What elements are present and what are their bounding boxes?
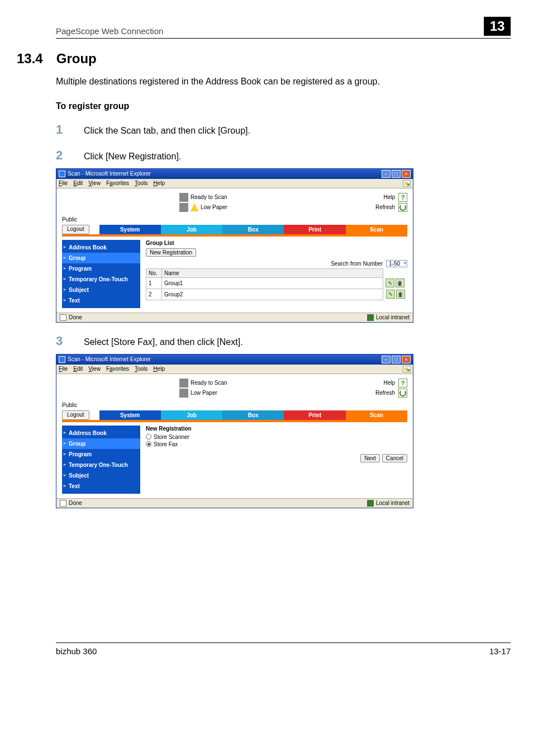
zone-icon [367, 314, 374, 321]
edit-icon[interactable] [386, 278, 394, 287]
refresh-link[interactable]: Refresh [375, 390, 395, 396]
radio-icon [146, 434, 151, 440]
menu-help[interactable]: Help [153, 180, 165, 186]
menu-favorites[interactable]: Favorites [106, 180, 129, 186]
new-registration-button[interactable]: New Registration [146, 248, 196, 257]
warning-icon [191, 204, 198, 211]
menu-file[interactable]: File [59, 180, 68, 186]
status-zone: Local intranet [376, 314, 410, 320]
main-tabs: Logout System Job Box Print Scan [56, 225, 413, 234]
tab-box[interactable]: Box [222, 225, 284, 234]
tab-system[interactable]: System [99, 410, 161, 420]
refresh-icon[interactable] [398, 203, 407, 212]
sub-heading: To register group [56, 101, 511, 111]
menu-edit[interactable]: Edit [73, 366, 83, 372]
tab-underline [62, 234, 407, 237]
menu-tools[interactable]: Tools [135, 366, 147, 372]
menu-edit[interactable]: Edit [73, 180, 83, 186]
tab-print[interactable]: Print [284, 225, 345, 234]
menu-view[interactable]: View [88, 180, 101, 186]
menu-view[interactable]: View [88, 366, 101, 372]
nav-subject[interactable]: Subject [62, 285, 140, 295]
tab-scan[interactable]: Scan [346, 410, 407, 420]
printer-icon [179, 203, 188, 212]
window-title: Scan - Microsoft Internet Explorer [68, 356, 151, 362]
nav-address-book[interactable]: Address Book [62, 242, 140, 253]
nav-group[interactable]: Group [62, 253, 140, 263]
browser-statusbar: Done Local intranet [56, 498, 413, 508]
device-status-row: Ready to Scan Low Paper Help? Refresh [56, 188, 413, 216]
minimize-button[interactable]: – [382, 356, 391, 363]
number-range-select[interactable]: 1-50 [386, 260, 407, 267]
refresh-icon[interactable] [398, 389, 407, 398]
printer-icon [179, 193, 188, 202]
edit-icon[interactable] [386, 290, 395, 299]
nav-temporary-one-touch[interactable]: Temporary One-Touch [62, 460, 140, 470]
screenshot-group-list: Scan - Microsoft Internet Explorer – □ ×… [56, 168, 413, 323]
nav-group[interactable]: Group [62, 438, 140, 449]
search-from-number-label: Search from Number [331, 261, 383, 267]
tab-box[interactable]: Box [222, 410, 284, 420]
radio-label: Store Scanner [154, 434, 189, 440]
menu-file[interactable]: File [59, 366, 68, 372]
printer-icon [179, 389, 188, 398]
nav-program[interactable]: Program [62, 263, 140, 274]
status-ready: Ready to Scan [191, 380, 227, 386]
tab-job[interactable]: Job [161, 225, 222, 234]
maximize-button[interactable]: □ [392, 356, 401, 363]
delete-icon[interactable] [396, 290, 405, 299]
nav-temporary-one-touch[interactable]: Temporary One-Touch [62, 274, 140, 285]
help-icon[interactable]: ? [398, 193, 407, 202]
help-link[interactable]: Help [383, 194, 395, 200]
status-lowpaper: Low Paper [191, 390, 217, 396]
help-icon[interactable]: ? [398, 379, 407, 388]
ie-icon [59, 171, 65, 177]
footer-left: bizhub 360 [56, 646, 97, 656]
screenshot-new-registration: Scan - Microsoft Internet Explorer – □ ×… [56, 354, 413, 508]
tab-job[interactable]: Job [161, 410, 222, 420]
menu-favorites[interactable]: Favorites [106, 366, 129, 372]
tab-scan[interactable]: Scan [346, 225, 407, 234]
refresh-link[interactable]: Refresh [375, 204, 395, 210]
tab-system[interactable]: System [99, 225, 161, 234]
step-row: 3 Select [Store Fax], and then click [Ne… [56, 334, 511, 348]
step-number: 1 [56, 122, 67, 137]
cancel-button[interactable]: Cancel [382, 454, 407, 462]
nav-program[interactable]: Program [62, 449, 140, 460]
step-row: 1 Click the Scan tab, and then click [Gr… [56, 122, 511, 137]
logout-button[interactable]: Logout [62, 410, 89, 420]
close-button[interactable]: × [402, 356, 411, 363]
step-text: Click the Scan tab, and then click [Grou… [84, 126, 250, 136]
radio-label: Store Fax [154, 441, 178, 447]
section-title: Group [56, 51, 97, 67]
radio-store-fax[interactable]: Store Fax [146, 441, 407, 447]
delete-icon[interactable] [396, 278, 404, 287]
page-footer: bizhub 360 13-17 [56, 642, 511, 656]
th-name: Name [162, 268, 383, 277]
step-number: 3 [56, 334, 67, 348]
radio-store-scanner[interactable]: Store Scanner [146, 434, 407, 440]
close-button[interactable]: × [402, 170, 411, 178]
minimize-button[interactable]: – [382, 170, 391, 178]
panel-title: Group List [146, 240, 407, 246]
step-row: 2 Click [New Registration]. [56, 148, 511, 163]
help-link[interactable]: Help [383, 380, 395, 386]
nav-text[interactable]: Text [62, 481, 140, 492]
main-tabs: Logout System Job Box Print Scan [56, 410, 413, 420]
table-row: 1 Group1 [146, 277, 407, 289]
cell-name: Group1 [162, 277, 383, 289]
menu-tools[interactable]: Tools [135, 180, 147, 186]
logout-button[interactable]: Logout [62, 225, 89, 234]
windows-flag-icon [403, 366, 411, 372]
content-panel: New Registration Store Scanner Store Fax… [146, 426, 407, 494]
panel-title: New Registration [146, 426, 407, 432]
tab-print[interactable]: Print [284, 410, 345, 420]
menu-help[interactable]: Help [153, 366, 165, 372]
tab-underline [62, 420, 407, 422]
nav-text[interactable]: Text [62, 295, 140, 306]
next-button[interactable]: Next [360, 454, 380, 462]
nav-subject[interactable]: Subject [62, 470, 140, 481]
page-header: PageScope Web Connection 13 [56, 17, 511, 39]
maximize-button[interactable]: □ [392, 170, 401, 178]
nav-address-book[interactable]: Address Book [62, 428, 140, 438]
